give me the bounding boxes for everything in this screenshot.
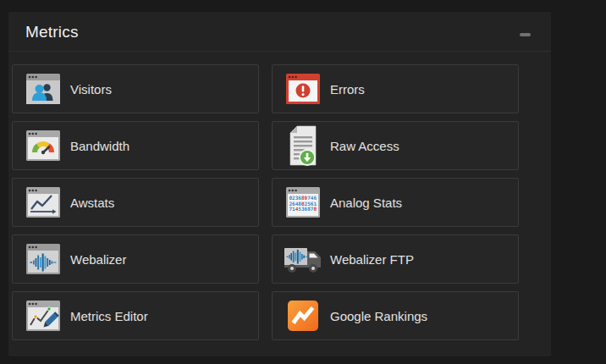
- metrics-item-awstats[interactable]: Awstats: [12, 178, 259, 227]
- metrics-item-google-rankings[interactable]: Google Rankings: [272, 291, 519, 340]
- raw-access-icon: [284, 122, 322, 169]
- errors-icon: [284, 65, 322, 113]
- item-label: Visitors: [70, 82, 112, 97]
- google-rankings-icon: [284, 292, 322, 339]
- svg-text:714536870: 714536870: [289, 206, 317, 212]
- analog-stats-icon: 023689746 264802561 714536870: [284, 179, 322, 226]
- collapse-button[interactable]: [515, 25, 534, 39]
- item-label: Analog Stats: [330, 196, 402, 210]
- awstats-icon: [24, 179, 63, 226]
- panel-header: Metrics: [8, 12, 551, 52]
- metrics-item-raw-access[interactable]: Raw Access: [272, 121, 519, 170]
- metrics-item-metrics-editor[interactable]: Metrics Editor: [12, 291, 259, 340]
- item-label: Errors: [330, 82, 365, 97]
- metrics-grid: Visitors Errors: [12, 64, 519, 340]
- panel-title: Metrics: [25, 12, 79, 52]
- bandwidth-icon: [24, 122, 63, 169]
- metrics-editor-icon: [24, 292, 63, 339]
- metrics-item-visitors[interactable]: Visitors: [12, 64, 259, 113]
- metrics-panel: Metrics Visi: [8, 12, 551, 356]
- item-label: Awstats: [70, 196, 114, 210]
- visitors-icon: [24, 65, 63, 113]
- page: Metrics Visi: [0, 0, 606, 364]
- metrics-item-analog-stats[interactable]: 023689746 264802561 714536870 Analog Sta…: [272, 178, 519, 227]
- metrics-item-webalizer[interactable]: Webalizer: [12, 234, 259, 284]
- item-label: Bandwidth: [70, 139, 129, 153]
- item-label: Metrics Editor: [70, 309, 148, 323]
- item-label: Raw Access: [330, 139, 399, 153]
- metrics-item-bandwidth[interactable]: Bandwidth: [12, 121, 259, 170]
- minus-icon: [520, 33, 531, 36]
- item-label: Webalizer FTP: [330, 252, 414, 267]
- item-label: Google Rankings: [330, 309, 427, 323]
- webalizer-ftp-icon: [284, 235, 322, 283]
- item-label: Webalizer: [70, 252, 126, 267]
- metrics-item-webalizer-ftp[interactable]: Webalizer FTP: [272, 234, 519, 284]
- metrics-item-errors[interactable]: Errors: [272, 64, 519, 113]
- webalizer-icon: [24, 235, 63, 283]
